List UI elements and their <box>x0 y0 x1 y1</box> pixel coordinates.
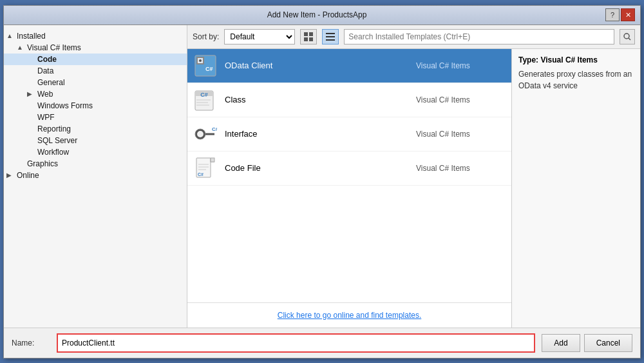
item-name: OData Client <box>225 61 410 70</box>
svg-rect-2 <box>304 37 308 41</box>
search-icon <box>623 33 631 41</box>
sidebar-item-label: Visual C# Items <box>27 43 81 52</box>
sort-select[interactable]: Default Name Type <box>224 29 295 44</box>
cancel-button[interactable]: Cancel <box>584 334 632 352</box>
grid-view-button[interactable] <box>300 29 317 44</box>
toolbar: Sort by: Default Name Type <box>187 25 640 49</box>
add-button[interactable]: Add <box>542 334 580 352</box>
info-panel: Type: Visual C# Items Generates proxy cl… <box>511 49 640 328</box>
svg-text:C#: C# <box>200 92 208 98</box>
add-new-item-dialog: Add New Item - ProductsApp ? ✕ ▲Installe… <box>3 5 641 358</box>
expander-icon: ▲ <box>6 32 14 39</box>
sidebar-item-label: Web <box>37 90 53 99</box>
odata-client-icon: C# <box>193 53 218 79</box>
dialog-title: Add New Item - ProductsApp <box>28 10 605 19</box>
sidebar-item-online[interactable]: ▶Online <box>4 170 187 181</box>
bottom-bar: Name: Add Cancel <box>4 328 640 358</box>
sidebar-item-label: Windows Forms <box>37 101 93 110</box>
title-bar: Add New Item - ProductsApp ? ✕ <box>4 6 640 25</box>
name-label: Name: <box>12 338 50 348</box>
name-input[interactable] <box>58 335 534 351</box>
sidebar-item-label: Data <box>37 66 53 75</box>
svg-text:C#: C# <box>198 172 204 177</box>
sidebar-item-wpf[interactable]: WPF <box>4 112 187 123</box>
left-panel: ▲Installed▲Visual C# ItemsCodeDataGenera… <box>4 25 187 328</box>
item-category: Visual C# Items <box>416 95 506 104</box>
svg-line-8 <box>629 38 630 40</box>
svg-point-21 <box>197 131 204 137</box>
info-type: Type: Visual C# Items <box>518 55 634 64</box>
sidebar-item-label: Code <box>37 55 57 64</box>
online-link[interactable]: Click here to go online and find templat… <box>278 311 421 320</box>
dialog-body: ▲Installed▲Visual C# ItemsCodeDataGenera… <box>4 25 640 328</box>
list-icon <box>326 32 335 41</box>
item-name: Interface <box>225 129 410 139</box>
svg-rect-4 <box>326 33 335 34</box>
svg-rect-3 <box>309 37 313 41</box>
svg-point-7 <box>624 34 629 39</box>
content-area: C# OData ClientVisual C# Items C# ClassV… <box>187 49 640 328</box>
svg-rect-6 <box>326 39 335 41</box>
class-icon: C# <box>193 87 218 113</box>
sidebar-item-reporting[interactable]: Reporting <box>4 123 187 135</box>
sidebar-item-visual-csharp[interactable]: ▲Visual C# Items <box>4 42 187 54</box>
sidebar-item-general[interactable]: General <box>4 77 187 88</box>
search-button[interactable] <box>620 29 635 44</box>
title-buttons: ? ✕ <box>605 8 635 21</box>
list-item[interactable]: C# OData ClientVisual C# Items <box>187 49 511 83</box>
svg-rect-0 <box>304 32 308 36</box>
sidebar-item-workflow[interactable]: Workflow <box>4 146 187 158</box>
items-panel: C# OData ClientVisual C# Items C# ClassV… <box>187 49 511 328</box>
svg-rect-26 <box>211 158 214 162</box>
expander-icon: ▲ <box>17 44 24 51</box>
sidebar-item-label: Workflow <box>37 148 69 157</box>
list-item[interactable]: C# Code FileVisual C# Items <box>187 152 511 186</box>
svg-text:C#: C# <box>205 66 213 72</box>
sidebar-item-installed[interactable]: ▲Installed <box>4 30 187 42</box>
item-category: Visual C# Items <box>416 130 506 139</box>
sort-label: Sort by: <box>193 32 219 41</box>
grid-icon <box>304 32 313 41</box>
search-input[interactable] <box>344 29 614 44</box>
sidebar-item-sql-server[interactable]: SQL Server <box>4 135 187 146</box>
sidebar-item-label: General <box>37 78 65 87</box>
list-item[interactable]: C# InterfaceVisual C# Items <box>187 117 511 152</box>
sidebar-item-label: Online <box>17 171 39 180</box>
sidebar-item-label: Installed <box>17 32 46 41</box>
expander-icon: ▶ <box>6 172 14 179</box>
sidebar-item-label: SQL Server <box>37 136 77 145</box>
expander-icon: ▶ <box>27 90 35 97</box>
svg-text:C#: C# <box>212 126 217 132</box>
sidebar-item-graphics[interactable]: Graphics <box>4 158 187 170</box>
info-description: Generates proxy classes from an OData v4… <box>518 68 634 92</box>
sidebar-item-code[interactable]: Code <box>4 54 187 65</box>
item-category: Visual C# Items <box>416 164 506 173</box>
code-file-icon: C# <box>193 155 218 181</box>
svg-point-12 <box>199 59 202 62</box>
online-link-area: Click here to go online and find templat… <box>187 302 511 328</box>
svg-rect-1 <box>309 32 313 36</box>
interface-icon: C# <box>193 121 218 147</box>
main-right: Sort by: Default Name Type <box>187 25 640 328</box>
svg-rect-5 <box>326 36 335 37</box>
item-name: Code File <box>225 163 410 173</box>
sidebar-item-data[interactable]: Data <box>4 65 187 77</box>
action-buttons: Add Cancel <box>542 334 632 352</box>
sidebar-item-windows-forms[interactable]: Windows Forms <box>4 100 187 112</box>
item-category: Visual C# Items <box>416 61 506 70</box>
sidebar-item-label: Graphics <box>27 159 58 168</box>
close-button[interactable]: ✕ <box>621 8 635 21</box>
list-view-button[interactable] <box>322 29 339 44</box>
name-input-wrapper <box>57 333 535 353</box>
sidebar-item-label: Reporting <box>37 124 71 133</box>
sidebar-item-web[interactable]: ▶Web <box>4 88 187 100</box>
sidebar-item-label: WPF <box>37 113 55 122</box>
help-button[interactable]: ? <box>605 8 620 21</box>
list-item[interactable]: C# ClassVisual C# Items <box>187 83 511 117</box>
items-list: C# OData ClientVisual C# Items C# ClassV… <box>187 49 511 302</box>
item-name: Class <box>225 95 410 104</box>
